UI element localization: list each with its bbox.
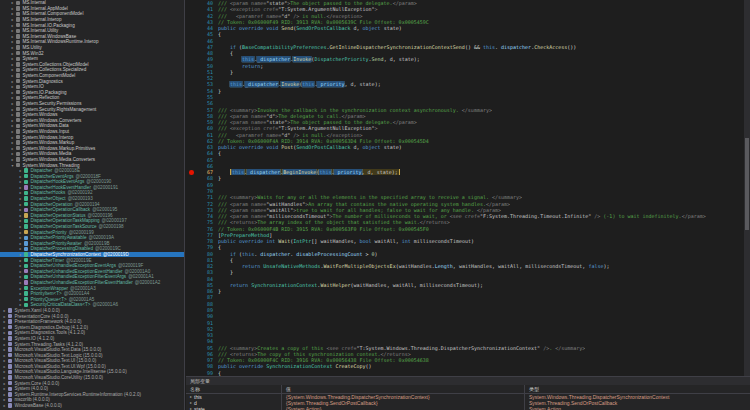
chevron-right-icon[interactable]: ▸ — [10, 45, 15, 50]
chevron-right-icon[interactable]: ▸ — [10, 123, 15, 128]
chevron-right-icon[interactable]: ▸ — [10, 28, 15, 33]
chevron-right-icon[interactable]: ▸ — [10, 107, 15, 112]
code-text[interactable]: { — [218, 31, 221, 37]
locals-row[interactable]: ▸state{System.Action}System.Action — [186, 406, 750, 410]
locals-column-name[interactable]: 名称 — [186, 385, 282, 393]
chevron-right-icon[interactable]: ▸ — [18, 297, 23, 302]
chevron-right-icon[interactable]: ▸ — [2, 347, 7, 352]
chevron-right-icon[interactable]: ▸ — [2, 397, 7, 402]
chevron-right-icon[interactable]: ▸ — [18, 241, 23, 246]
chevron-right-icon[interactable]: ▸ — [10, 101, 15, 106]
breakpoint-icon[interactable] — [189, 170, 194, 175]
chevron-right-icon[interactable]: ▸ — [10, 6, 15, 11]
code-scrollbar[interactable] — [744, 0, 750, 376]
code-text[interactable]: if (this._dispatcher._disableProcessingC… — [218, 251, 378, 257]
chevron-right-icon[interactable]: ▸ — [18, 174, 23, 179]
chevron-right-icon[interactable]: ▸ — [2, 386, 7, 391]
chevron-right-icon[interactable]: ▸ — [10, 0, 15, 5]
chevron-right-icon[interactable]: ▸ — [2, 358, 7, 363]
chevron-right-icon[interactable]: ▸ — [18, 258, 23, 263]
chevron-right-icon[interactable]: ▸ — [2, 392, 7, 397]
chevron-right-icon[interactable]: ▸ — [10, 140, 15, 145]
chevron-right-icon[interactable]: ▸ — [10, 146, 15, 151]
chevron-right-icon[interactable]: ▸ — [2, 314, 7, 319]
code-text[interactable]: } — [218, 175, 221, 181]
chevron-right-icon[interactable]: ▸ — [10, 62, 15, 67]
chevron-right-icon[interactable]: ▸ — [18, 263, 23, 268]
chevron-right-icon[interactable]: ▸ — [18, 190, 23, 195]
chevron-right-icon[interactable]: ▸ — [2, 336, 7, 341]
chevron-right-icon[interactable]: ▸ — [18, 269, 23, 274]
code-text[interactable]: { — [218, 370, 221, 376]
code-text[interactable]: public override SynchronizationContext C… — [218, 363, 372, 369]
chevron-right-icon[interactable]: ▸ — [10, 17, 15, 22]
chevron-right-icon[interactable]: ▸ — [18, 207, 23, 212]
chevron-right-icon[interactable]: ▸ — [18, 280, 23, 285]
chevron-right-icon[interactable]: ▸ — [18, 196, 23, 201]
code-text[interactable]: this._dispatcher.Invoke(this._priority, … — [218, 81, 381, 87]
breakpoint-margin[interactable] — [186, 370, 198, 376]
chevron-right-icon[interactable]: ▸ — [10, 73, 15, 78]
chevron-right-icon[interactable]: ▸ — [18, 179, 23, 184]
chevron-right-icon[interactable]: ▸ — [18, 185, 23, 190]
locals-column-type[interactable]: 类型 — [525, 385, 750, 393]
chevron-right-icon[interactable]: ▸ — [10, 84, 15, 89]
code-text[interactable]: return SynchronizationContext.WaitHelper… — [218, 282, 483, 288]
chevron-right-icon[interactable]: ▸ — [2, 381, 7, 386]
chevron-right-icon[interactable]: ▸ — [2, 403, 7, 408]
chevron-right-icon[interactable]: ▸ — [10, 90, 15, 95]
chevron-right-icon[interactable]: ▸ — [18, 235, 23, 240]
chevron-right-icon[interactable]: ▸ — [10, 67, 15, 72]
chevron-right-icon[interactable]: ▸ — [2, 375, 7, 380]
chevron-right-icon[interactable]: ▸ — [18, 274, 23, 279]
chevron-right-icon[interactable]: ▸ — [18, 291, 23, 296]
chevron-right-icon[interactable]: ▸ — [10, 34, 15, 39]
chevron-right-icon[interactable]: ▸ — [18, 230, 23, 235]
chevron-right-icon[interactable]: ▸ — [2, 319, 7, 324]
chevron-right-icon[interactable]: ▸ — [10, 151, 15, 156]
code-text[interactable]: public override void Post(SendOrPostCall… — [218, 144, 402, 150]
locals-column-value[interactable]: 值 — [282, 385, 525, 393]
chevron-right-icon[interactable]: ▸ — [10, 56, 15, 61]
chevron-right-icon[interactable]: ▸ — [10, 11, 15, 16]
chevron-right-icon[interactable]: ▸ — [2, 353, 7, 358]
chevron-right-icon[interactable]: ▸ — [18, 302, 23, 307]
chevron-right-icon[interactable]: ▸ — [18, 224, 23, 229]
chevron-right-icon[interactable]: ▸ — [18, 213, 23, 218]
chevron-down-icon[interactable]: ▾ — [10, 163, 15, 168]
chevron-right-icon[interactable]: ▸ — [18, 286, 23, 291]
expand-icon[interactable]: ▸ — [190, 406, 192, 410]
code-text[interactable]: { — [218, 150, 221, 156]
code-text[interactable]: public override void Send(SendOrPostCall… — [218, 25, 402, 31]
code-text[interactable]: public override int Wait(IntPtr[] waitHa… — [218, 238, 474, 244]
code-text[interactable]: } — [218, 88, 221, 94]
tree-item[interactable]: ▸DispatcherUnhandledExceptionFilterEvent… — [0, 280, 184, 286]
chevron-right-icon[interactable]: ▸ — [18, 202, 23, 207]
chevron-right-icon[interactable]: ▸ — [18, 218, 23, 223]
chevron-right-icon[interactable]: ▸ — [10, 135, 15, 140]
chevron-right-icon[interactable]: ▸ — [10, 79, 15, 84]
chevron-right-icon[interactable]: ▸ — [2, 369, 7, 374]
code-text[interactable]: } — [218, 69, 233, 75]
chevron-right-icon[interactable]: ▸ — [10, 112, 15, 117]
chevron-right-icon[interactable]: ▸ — [10, 157, 15, 162]
chevron-right-icon[interactable]: ▸ — [10, 51, 15, 56]
scrollbar-thumb[interactable] — [745, 138, 749, 230]
code-text[interactable]: if (BaseCompatibilityPreferences.GetInli… — [218, 44, 576, 50]
chevron-right-icon[interactable]: ▸ — [10, 129, 15, 134]
chevron-right-icon[interactable]: ▸ — [2, 330, 7, 335]
code-text[interactable]: } — [218, 269, 233, 275]
code-text[interactable]: } — [218, 288, 221, 294]
chevron-right-icon[interactable]: ▸ — [2, 364, 7, 369]
chevron-right-icon[interactable]: ▸ — [2, 342, 7, 347]
chevron-right-icon[interactable]: ▸ — [18, 252, 23, 257]
chevron-right-icon[interactable]: ▸ — [18, 168, 23, 173]
chevron-right-icon[interactable]: ▸ — [18, 246, 23, 251]
chevron-right-icon[interactable]: ▸ — [10, 23, 15, 28]
chevron-right-icon[interactable]: ▸ — [10, 118, 15, 123]
code-text[interactable]: this._dispatcher.BeginInvoke(this._prior… — [218, 169, 400, 175]
chevron-right-icon[interactable]: ▸ — [2, 308, 7, 313]
tree-item[interactable]: ▸WindowsBase (4.0.0.0) — [0, 403, 184, 409]
chevron-right-icon[interactable]: ▸ — [2, 325, 7, 330]
chevron-right-icon[interactable]: ▸ — [10, 95, 15, 100]
